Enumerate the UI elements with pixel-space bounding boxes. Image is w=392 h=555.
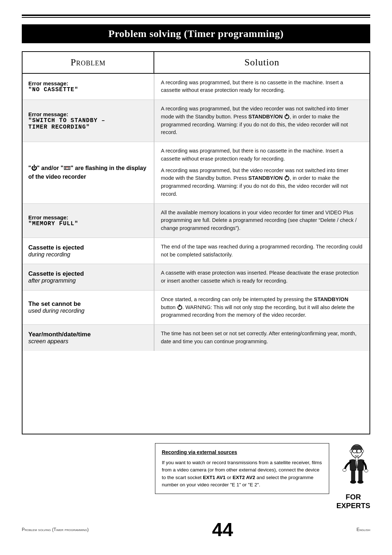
flashing-symbol-text: "⏻" and/or "📼" are flashing in the displ…: [28, 164, 148, 181]
error-code-switch: "SWITCH TO STANDBY –TIMER RECORDING": [28, 117, 105, 130]
page-number: 44: [212, 519, 233, 540]
svg-rect-6: [355, 457, 358, 460]
standby-icon: [285, 114, 289, 119]
solution-text: Once started, a recording can only be in…: [161, 296, 363, 319]
error-code-no-cassette: "NO CASSETTE": [28, 86, 78, 93]
expert-box: FOREXPERTS: [336, 443, 370, 510]
solution-text: A recording was programmed, but there is…: [161, 79, 363, 95]
problem-main-text: Cassette is ejected: [28, 244, 84, 251]
problem-cell-set-cannot: The set cannot be used during recording: [23, 291, 154, 324]
page-wrapper: Problem solving (Timer programming) Prob…: [0, 0, 392, 555]
solution-text-1: A recording was programmed, but there is…: [161, 147, 363, 163]
svg-rect-9: [351, 470, 355, 481]
tip-title: Recording via external sources: [162, 449, 322, 456]
problem-main-text: The set cannot be: [28, 300, 81, 308]
table-row: Error message: "SWITCH TO STANDBY –TIMER…: [23, 100, 369, 142]
tip-box: Recording via external sources If you wa…: [155, 443, 329, 494]
table-row: "⏻" and/or "📼" are flashing in the displ…: [23, 142, 369, 204]
problem-cell-no-cassette: Error message: "NO CASSETTE": [23, 74, 154, 100]
standby-icon: [285, 176, 289, 181]
thin-line: [22, 17, 370, 18]
table-row: Cassette is ejected after programming A …: [23, 264, 369, 291]
problem-sub-text: screen appears: [28, 338, 68, 345]
solution-text: The time has not been set or not set cor…: [161, 330, 363, 346]
solution-cell-flashing: A recording was programmed, but there is…: [154, 142, 369, 203]
bottom-section: Recording via external sources If you wa…: [22, 443, 370, 510]
table-row: Cassette is ejected during recording The…: [23, 238, 369, 264]
top-decoration: [22, 15, 370, 18]
footer-right-text: English: [356, 527, 370, 532]
table-row: The set cannot be used during recording …: [23, 291, 369, 325]
problem-main-text: Cassette is ejected: [28, 270, 84, 278]
page-title-box: Problem solving (Timer programming): [22, 24, 370, 43]
problem-cell-ejected-recording: Cassette is ejected during recording: [23, 238, 154, 264]
solution-text: The end of the tape was reached during a…: [161, 243, 363, 259]
table-row: Error message: "NO CASSETTE" A recording…: [23, 74, 369, 100]
error-label: Error message:: [28, 111, 68, 117]
header-problem: Problem: [23, 52, 154, 73]
table-header-row: Problem Solution: [23, 52, 369, 74]
problem-main-text: Year/month/date/time: [28, 331, 91, 338]
main-table: Problem Solution Error message: "NO CASS…: [22, 51, 370, 435]
svg-point-14: [362, 450, 364, 453]
table-row: Year/month/date/time screen appears The …: [23, 325, 369, 351]
problem-header-label: Problem: [70, 57, 105, 68]
problem-sub-text: after programming: [28, 278, 76, 284]
error-label: Error message:: [28, 80, 68, 86]
error-code-memory: "MEMORY FULL": [28, 220, 78, 227]
standby-icon: [177, 305, 182, 310]
svg-rect-10: [359, 470, 362, 481]
svg-point-8: [364, 469, 368, 472]
footer: Problem solving (Timer programming) 44 E…: [22, 519, 370, 540]
solution-cell-memory-full: All the available memory locations in yo…: [154, 204, 369, 238]
svg-point-13: [350, 450, 352, 453]
solution-cell-switch-standby: A recording was programmed, but the vide…: [154, 100, 369, 142]
solution-text: All the available memory locations in yo…: [161, 209, 363, 232]
solution-cell-ejected-after: A cassette with erase protection was ins…: [154, 264, 369, 290]
problem-cell-memory-full: Error message: "MEMORY FULL": [23, 204, 154, 238]
problem-cell-flashing: "⏻" and/or "📼" are flashing in the displ…: [23, 142, 154, 203]
solution-cell-set-cannot: Once started, a recording can only be in…: [154, 291, 369, 324]
svg-point-7: [343, 469, 346, 471]
table-row: Error message: "MEMORY FULL" All the ava…: [23, 204, 369, 238]
svg-point-11: [350, 481, 356, 483]
solution-cell-year-month: The time has not been set or not set cor…: [154, 325, 369, 351]
solution-text: A recording was programmed, but the vide…: [161, 105, 363, 137]
problem-cell-year-month: Year/month/date/time screen appears: [23, 325, 154, 351]
expert-figure: [337, 443, 369, 490]
solution-header-label: Solution: [245, 57, 279, 68]
page-title: Problem solving (Timer programming): [33, 28, 359, 40]
svg-point-12: [358, 481, 363, 483]
problem-sub-text: during recording: [28, 251, 70, 258]
tip-text: If you want to watch or record transmiss…: [162, 459, 322, 489]
thick-line: [22, 15, 370, 16]
header-solution: Solution: [154, 52, 369, 73]
expert-label: FOREXPERTS: [336, 493, 370, 510]
solution-cell-ejected-recording: The end of the tape was reached during a…: [154, 238, 369, 264]
problem-cell-switch-standby: Error message: "SWITCH TO STANDBY –TIMER…: [23, 100, 154, 142]
error-label: Error message:: [28, 214, 68, 220]
problem-cell-ejected-after: Cassette is ejected after programming: [23, 264, 154, 290]
solution-text-2: A recording was programmed, but the vide…: [161, 167, 363, 198]
problem-sub-text: used during recording: [28, 308, 85, 314]
footer-left-text: Problem solving (Timer programming): [22, 527, 89, 532]
solution-cell-no-cassette: A recording was programmed, but there is…: [154, 74, 369, 100]
solution-text: A cassette with erase protection was ins…: [161, 269, 363, 285]
